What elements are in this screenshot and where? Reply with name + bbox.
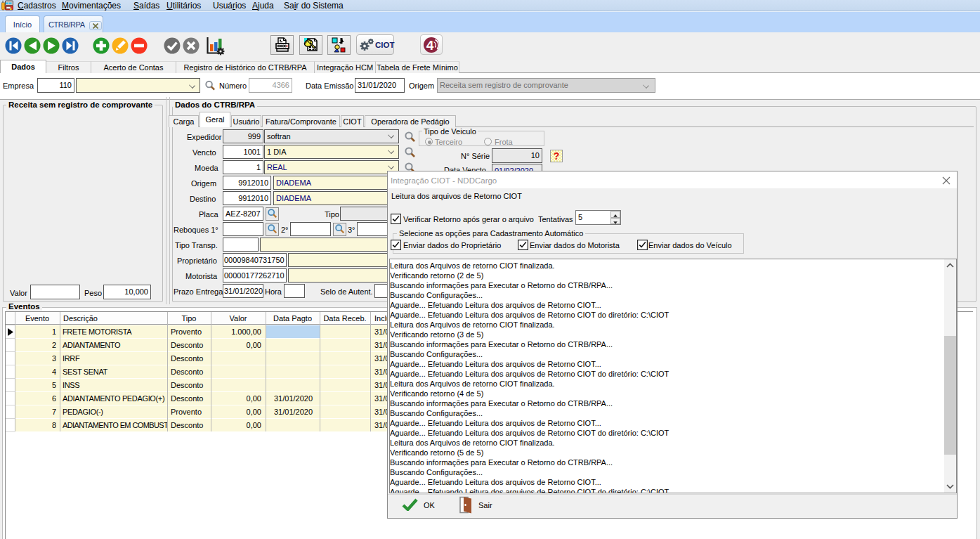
svg-text:4: 4	[426, 38, 434, 53]
